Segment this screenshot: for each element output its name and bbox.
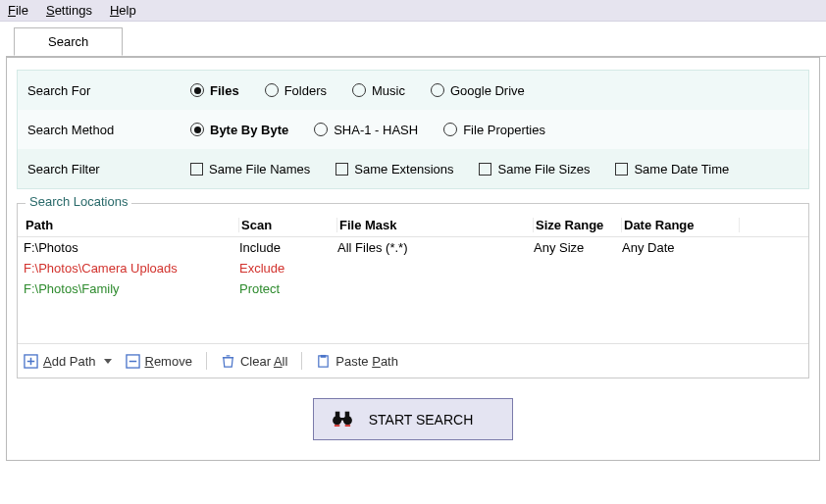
label-search-for: Search For (24, 83, 190, 98)
checkbox-label: Same Date Time (634, 162, 729, 176)
cell-mask (337, 261, 534, 276)
check-same-date-time[interactable]: Same Date Time (615, 162, 729, 176)
radio-music[interactable]: Music (352, 83, 405, 98)
cell-date: Any Date (622, 240, 740, 255)
radio-icon (352, 83, 366, 97)
cell-scan: Exclude (239, 261, 337, 276)
checkbox-label: Same File Names (209, 162, 310, 176)
radio-icon (190, 83, 204, 97)
radio-byte-by-byte[interactable]: Byte By Byte (190, 123, 288, 137)
row-search-method: Search Method Byte By Byte SHA-1 - HASH … (18, 110, 808, 149)
col-file-mask[interactable]: File Mask (337, 218, 534, 232)
row-search-filter: Search Filter Same File Names Same Exten… (18, 149, 808, 188)
radio-icon (190, 123, 204, 136)
cell-date (622, 261, 740, 276)
start-wrap: START SEARCH (17, 378, 809, 446)
search-locations-fieldset: Search Locations Path Scan File Mask Siz… (17, 203, 809, 378)
paste-path-button[interactable]: Paste Path (316, 354, 398, 369)
cell-mask: All Files (*.*) (337, 240, 534, 255)
label-search-filter: Search Filter (24, 162, 190, 176)
radio-label: Files (210, 83, 239, 98)
svg-rect-12 (336, 412, 340, 418)
svg-rect-15 (344, 425, 349, 427)
cell-path: F:\Photos\Family (24, 281, 239, 296)
checkbox-icon (190, 163, 203, 176)
checkbox-icon (615, 163, 628, 176)
col-spacer (740, 218, 802, 232)
cell-mask (337, 281, 534, 296)
check-same-file-names[interactable]: Same File Names (190, 162, 310, 176)
cell-spacer (740, 281, 802, 296)
col-size-range[interactable]: Size Range (534, 218, 622, 232)
radio-icon (265, 83, 279, 97)
table-row[interactable]: F:\Photos\FamilyProtect (18, 278, 808, 299)
radio-label: Folders (284, 83, 327, 98)
locations-header: Path Scan File Mask Size Range Date Rang… (18, 214, 808, 237)
cell-path: F:\Photos\Camera Uploads (24, 261, 239, 276)
check-same-file-sizes[interactable]: Same File Sizes (479, 162, 590, 176)
plus-icon (24, 354, 38, 369)
cell-size (534, 261, 622, 276)
legend-search-locations: Search Locations (26, 194, 131, 209)
menu-settings[interactable]: Settings (46, 3, 92, 18)
trash-icon (221, 354, 235, 369)
separator (206, 352, 207, 370)
radio-icon (314, 123, 328, 136)
cell-spacer (740, 240, 802, 255)
radio-icon (431, 83, 444, 97)
checkbox-icon (336, 163, 348, 176)
col-date-range[interactable]: Date Range (622, 218, 740, 232)
cell-date (622, 281, 740, 296)
tab-search[interactable]: Search (14, 27, 123, 56)
checkbox-label: Same File Sizes (497, 162, 590, 176)
radio-sha1[interactable]: SHA-1 - HASH (314, 123, 418, 137)
svg-rect-11 (338, 418, 345, 421)
col-scan[interactable]: Scan (239, 218, 337, 232)
search-panel: Search For Files Folders Music Google Dr… (6, 57, 820, 461)
svg-rect-14 (335, 425, 339, 427)
table-row[interactable]: F:\Photos\Camera UploadsExclude (18, 258, 808, 278)
cell-scan: Include (239, 240, 337, 255)
checkbox-label: Same Extensions (354, 162, 453, 176)
locations-toolbar: Add Path Remove Clear All (18, 343, 808, 378)
menubar: File Settings Help (0, 0, 826, 22)
cell-scan: Protect (239, 281, 337, 296)
clipboard-icon (316, 354, 331, 369)
cell-path: F:\Photos (24, 240, 239, 255)
radio-label: File Properties (463, 123, 545, 137)
radio-file-properties[interactable]: File Properties (443, 123, 545, 137)
col-path[interactable]: Path (24, 218, 239, 232)
check-same-extensions[interactable]: Same Extensions (336, 162, 453, 176)
label-search-method: Search Method (24, 123, 190, 137)
cell-size: Any Size (534, 240, 622, 255)
menu-help[interactable]: Help (110, 3, 136, 18)
locations-body: F:\PhotosIncludeAll Files (*.*)Any SizeA… (18, 237, 808, 343)
minus-icon (126, 354, 140, 369)
radio-label: Music (372, 83, 405, 98)
remove-button[interactable]: Remove (126, 354, 192, 369)
cell-size (534, 281, 622, 296)
separator (301, 352, 302, 370)
svg-rect-8 (321, 354, 327, 357)
tabstrip: Search (6, 27, 826, 57)
chevron-down-icon (104, 359, 112, 364)
radio-icon (443, 123, 457, 136)
cell-spacer (740, 261, 802, 276)
criteria-block: Search For Files Folders Music Google Dr… (17, 70, 809, 189)
radio-label: Byte By Byte (210, 123, 288, 137)
checkbox-icon (479, 163, 491, 176)
radio-label: Google Drive (450, 83, 525, 98)
radio-folders[interactable]: Folders (265, 83, 327, 98)
radio-files[interactable]: Files (190, 83, 239, 98)
menu-file[interactable]: File (8, 3, 28, 18)
binoculars-icon (332, 409, 353, 429)
radio-google-drive[interactable]: Google Drive (431, 83, 525, 98)
table-row[interactable]: F:\PhotosIncludeAll Files (*.*)Any SizeA… (18, 237, 808, 258)
add-path-button[interactable]: Add Path (24, 354, 112, 369)
radio-label: SHA-1 - HASH (334, 123, 418, 137)
svg-rect-13 (344, 412, 349, 418)
start-search-button[interactable]: START SEARCH (313, 398, 514, 440)
row-search-for: Search For Files Folders Music Google Dr… (18, 71, 808, 110)
clear-all-button[interactable]: Clear All (221, 354, 287, 369)
